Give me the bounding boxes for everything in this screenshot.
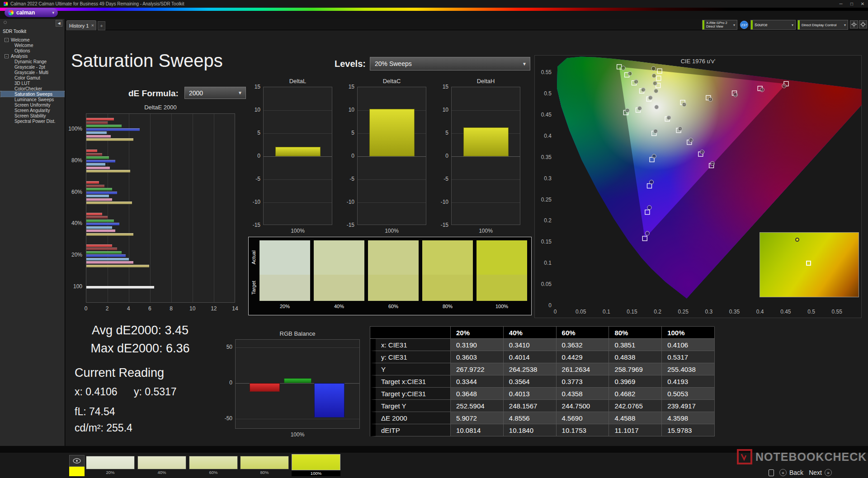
capture-button[interactable]: [859, 20, 867, 28]
table-cell: 248.1567: [504, 400, 557, 412]
sidebar-item-grayscale-2pt[interactable]: Grayscale - 2pt: [1, 64, 64, 70]
sweep-tile-20[interactable]: 20%: [86, 456, 135, 475]
sidebar-item-options[interactable]: Options: [1, 48, 64, 53]
gridline: [129, 114, 129, 303]
sidebar-item-colorchecker[interactable]: ColorChecker: [1, 86, 64, 91]
deltae-bar: [86, 195, 109, 197]
deltae-bar: [86, 170, 130, 173]
axis-tick-label: 0.5: [544, 90, 552, 97]
target-swatch: [368, 275, 419, 301]
y-tick-label: -10: [244, 199, 260, 205]
actual-swatch: [259, 240, 310, 275]
levels-dropdown[interactable]: 20% Sweeps ▼: [370, 57, 530, 70]
maximize-button[interactable]: □: [846, 0, 857, 8]
eye-toggle[interactable]: [69, 455, 85, 467]
sidebar-item-welcome[interactable]: −Welcome: [1, 37, 64, 42]
target-swatch: [314, 275, 364, 301]
swatch-actual-label: Actual: [250, 240, 257, 275]
chevron-down-icon: ▼: [519, 61, 530, 66]
axis-tick-label: 0.1: [544, 260, 552, 266]
sidebar-item-welcome[interactable]: Welcome: [1, 42, 64, 48]
source-selector[interactable]: Source ▾: [750, 20, 796, 30]
table-header-cell: 20%: [451, 327, 504, 339]
table-cell: 4.4588: [609, 412, 662, 424]
sidebar-collapse-button[interactable]: ◀: [56, 20, 62, 27]
preview-tile[interactable]: [69, 455, 85, 476]
table-header-cell: [370, 327, 451, 339]
page-icon[interactable]: [769, 469, 774, 476]
sidebar-item-screen-stability[interactable]: Screen Stability: [1, 113, 64, 118]
sidebar-item-label: Welcome: [11, 37, 30, 42]
tab-close-icon[interactable]: ✕: [91, 23, 94, 28]
sidebar-item-analysis[interactable]: −Analysis: [1, 53, 64, 59]
watermark-logo-icon: [737, 449, 752, 464]
settings-button[interactable]: [850, 20, 858, 28]
x-tick-label: 12: [207, 305, 221, 312]
crosshair-icon: [860, 22, 866, 27]
y-tick-label: 20%: [53, 252, 82, 258]
axis-tick-label: 0.55: [541, 69, 552, 75]
sidebar-item-luminance-sweeps[interactable]: Luminance Sweeps: [1, 97, 64, 102]
sweep-tile-label: 20%: [86, 469, 135, 475]
tree-collapse-icon[interactable]: −: [5, 38, 9, 42]
source-status-bar: [751, 20, 753, 29]
deltae-bar: [86, 261, 133, 264]
plus-icon: +: [100, 23, 103, 28]
chevron-down-icon: ▾: [842, 23, 848, 27]
sidebar-item-saturation-sweeps[interactable]: Saturation Sweeps: [1, 91, 64, 97]
back-button[interactable]: « Back: [779, 469, 803, 476]
sweep-tile-100[interactable]: 100%: [292, 454, 340, 476]
sidebar-item-screen-angularity[interactable]: Screen Angularity: [1, 108, 64, 113]
axis-tick-label: 0.15: [627, 309, 637, 315]
measured-point: [682, 103, 686, 107]
sidebar-item-3d-lut[interactable]: 3D LUT: [1, 80, 64, 86]
sweep-tile-40[interactable]: 40%: [137, 456, 186, 475]
display-control-selector[interactable]: Direct Display Control ▾: [797, 20, 848, 30]
deltae-bar: [86, 150, 97, 152]
table-header-cell: 100%: [662, 327, 715, 339]
table-cell: 0.3773: [557, 375, 609, 388]
gridline: [264, 202, 332, 203]
tab-history[interactable]: History 1 ✕: [66, 20, 96, 30]
actual-swatch: [314, 240, 364, 275]
chevron-down-icon: ▾: [731, 23, 737, 27]
sidebar-item-grayscale-multi[interactable]: Grayscale - Multi: [1, 70, 64, 75]
sweep-tile-swatch: [240, 456, 289, 469]
max-de-reading: Max dE2000: 6.36: [72, 342, 208, 356]
sidebar-item-color-gamut[interactable]: Color Gamut: [1, 75, 64, 80]
next-button[interactable]: Next »: [809, 469, 832, 476]
table-cell: 0.3648: [451, 388, 504, 400]
sidebar-item-label: 3D LUT: [14, 81, 30, 86]
chevron-down-icon: ▾: [52, 10, 54, 15]
axis-tick-label: 0.45: [541, 112, 552, 118]
sidebar-item-screen-uniformity[interactable]: Screen Uniformity: [1, 102, 64, 108]
tree-collapse-icon[interactable]: −: [5, 54, 9, 58]
table-cell: 0.4429: [557, 351, 609, 363]
deltal-chart-title: DeltaL: [263, 78, 332, 84]
meter-selector[interactable]: X-Rite i1Pro 2 Direct View ▾: [702, 20, 737, 30]
y-tick-label: 15: [338, 84, 354, 90]
sweep-tile-60[interactable]: 60%: [189, 456, 238, 475]
close-button[interactable]: ✕: [857, 0, 868, 8]
display-status-bar: [798, 20, 800, 29]
sidebar: ◀ SDR Toolkit −WelcomeWelcomeOptions−Ana…: [0, 19, 65, 446]
minimize-button[interactable]: ─: [835, 0, 846, 8]
deltae-bar: [86, 223, 119, 225]
y-tick-label: -5: [244, 176, 260, 182]
table-cell: 0.4358: [557, 388, 609, 400]
deltae-bar: [86, 122, 108, 124]
axis-tick-label: 0.25: [541, 197, 552, 203]
sweep-tile-80[interactable]: 80%: [240, 456, 289, 475]
measured-point: [689, 138, 693, 142]
deltae-bar: [86, 160, 115, 163]
table-cell: 0.5053: [662, 388, 715, 400]
new-tab-button[interactable]: +: [98, 21, 105, 30]
calman-menu-button[interactable]: calman ▾: [5, 8, 58, 17]
levels-label: Levels:: [335, 59, 366, 69]
formula-dropdown[interactable]: 2000 ▼: [184, 87, 246, 99]
next-chevron-icon: »: [825, 469, 832, 476]
measured-point: [637, 106, 642, 110]
sidebar-item-spectral-power-dist[interactable]: Spectral Power Dist.: [1, 118, 64, 124]
rgb-balance-plot: [235, 339, 360, 429]
sidebar-item-dynamic-range[interactable]: Dynamic Range: [1, 59, 64, 64]
